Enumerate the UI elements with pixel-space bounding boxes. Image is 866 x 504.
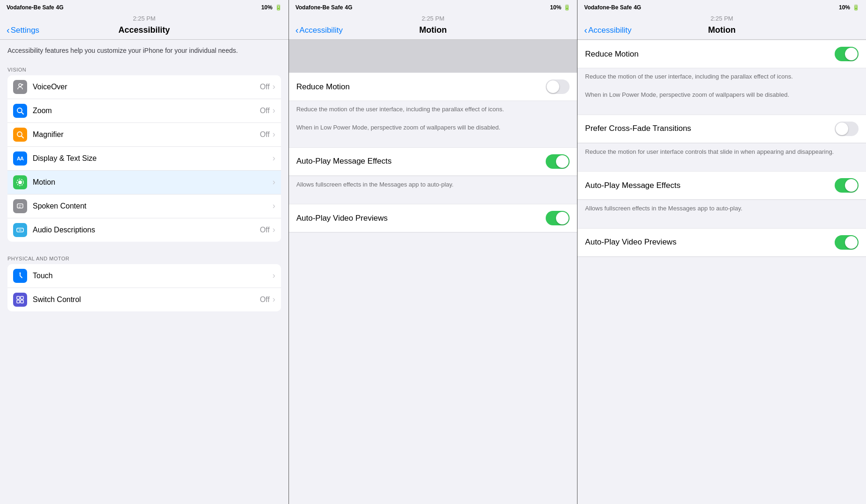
cross-fade-desc: Reduce the motion for user interface con… bbox=[577, 144, 866, 163]
auto-play-video-label-on: Auto-Play Video Previews bbox=[585, 238, 835, 247]
status-left-3: Vodafone-Be Safe 4G bbox=[584, 4, 641, 11]
intro-text: Accessibility features help you customiz… bbox=[0, 40, 289, 60]
display-text-size-item[interactable]: AA Display & Text Size bbox=[7, 147, 281, 171]
reduce-motion-knob-off bbox=[547, 80, 559, 93]
auto-play-msg-desc-on: Allows fullscreen effects in the Message… bbox=[577, 200, 866, 220]
reduce-motion-row-on: Reduce Motion bbox=[577, 40, 866, 68]
magnifier-chevron bbox=[273, 130, 275, 139]
network-3: 4G bbox=[634, 4, 641, 11]
reduce-motion-section-off: Reduce Motion bbox=[289, 72, 577, 101]
display-text-icon: AA bbox=[13, 151, 27, 166]
reduce-motion-desc-on: Reduce the motion of the user interface,… bbox=[577, 68, 866, 106]
touch-item[interactable]: Touch bbox=[7, 264, 281, 288]
battery-icon-1: 🔋 bbox=[275, 4, 282, 11]
chevron-back-icon-3: ‹ bbox=[584, 25, 587, 36]
auto-play-video-toggle-on[interactable] bbox=[835, 235, 859, 250]
magnifier-value: Off bbox=[260, 130, 270, 139]
switch-control-value: Off bbox=[260, 295, 270, 304]
battery-percent-2: 10% bbox=[550, 4, 561, 11]
motion-chevron bbox=[273, 177, 275, 187]
auto-play-msg-toggle-on[interactable] bbox=[835, 178, 859, 193]
carrier-1: Vodafone-Be Safe bbox=[7, 4, 54, 11]
cross-fade-row: Prefer Cross-Fade Transitions bbox=[577, 115, 866, 143]
motion-item[interactable]: Motion bbox=[7, 171, 281, 194]
time-2: 2:25 PM bbox=[289, 14, 577, 22]
auto-play-msg-section-on: Auto-Play Message Effects bbox=[577, 171, 866, 200]
panel-motion-on: Vodafone-Be Safe 4G 10% 🔋 2:25 PM ‹ Acce… bbox=[577, 0, 866, 504]
vision-section-header: VISION bbox=[0, 60, 289, 75]
time-1: 2:25 PM bbox=[0, 14, 289, 22]
svg-rect-13 bbox=[17, 296, 20, 299]
spoken-content-item[interactable]: Spoken Content bbox=[7, 194, 281, 218]
reduce-motion-desc-off: Reduce the motion of the user interface,… bbox=[289, 101, 577, 139]
vision-list: VoiceOver Off Zoom Off Magnifier Off bbox=[7, 75, 281, 242]
status-right-2: 10% 🔋 bbox=[550, 4, 570, 11]
carrier-2: Vodafone-Be Safe bbox=[296, 4, 343, 11]
svg-rect-14 bbox=[21, 296, 23, 299]
auto-play-video-label-off: Auto-Play Video Previews bbox=[296, 214, 546, 223]
chevron-back-icon-2: ‹ bbox=[296, 25, 299, 36]
audio-descriptions-chevron bbox=[273, 225, 275, 235]
nav-title-motion-3: Motion bbox=[708, 25, 736, 35]
switch-control-item[interactable]: Switch Control Off bbox=[7, 288, 281, 311]
nav-back-label[interactable]: Settings bbox=[11, 26, 39, 35]
switch-control-chevron bbox=[273, 295, 275, 304]
svg-rect-16 bbox=[21, 300, 23, 303]
auto-play-video-row-off: Auto-Play Video Previews bbox=[289, 204, 577, 232]
touch-chevron bbox=[273, 271, 275, 281]
motion-label: Motion bbox=[33, 178, 273, 187]
reduce-motion-knob-on bbox=[845, 48, 858, 60]
accessibility-content: Accessibility features help you customiz… bbox=[0, 40, 289, 504]
auto-play-video-toggle-off[interactable] bbox=[546, 211, 570, 225]
auto-play-msg-section-off: Auto-Play Message Effects bbox=[289, 147, 577, 176]
status-bar-3: Vodafone-Be Safe 4G 10% 🔋 bbox=[577, 0, 866, 14]
auto-play-video-section-on: Auto-Play Video Previews bbox=[577, 228, 866, 257]
svg-point-5 bbox=[18, 180, 22, 184]
cross-fade-toggle[interactable] bbox=[835, 122, 859, 136]
nav-bar-3: ‹ Accessibility Motion bbox=[577, 22, 866, 40]
panel-motion-off: Vodafone-Be Safe 4G 10% 🔋 2:25 PM ‹ Acce… bbox=[289, 0, 578, 504]
audio-descriptions-label: Audio Descriptions bbox=[33, 226, 260, 234]
auto-play-msg-row-on: Auto-Play Message Effects bbox=[577, 172, 866, 200]
physical-motor-header: PHYSICAL AND MOTOR bbox=[0, 249, 289, 264]
zoom-label: Zoom bbox=[33, 107, 260, 115]
network-2: 4G bbox=[345, 4, 352, 11]
physical-motor-list: Touch Switch Control Off bbox=[7, 264, 281, 311]
nav-back-settings[interactable]: ‹ Settings bbox=[7, 25, 39, 36]
voiceover-value: Off bbox=[260, 83, 270, 91]
nav-back-accessibility-3[interactable]: ‹ Accessibility bbox=[584, 25, 631, 36]
nav-title-accessibility: Accessibility bbox=[118, 25, 170, 35]
audio-descriptions-item[interactable]: Audio Descriptions Off bbox=[7, 218, 281, 242]
spoken-content-label: Spoken Content bbox=[33, 202, 273, 210]
svg-point-12 bbox=[20, 272, 21, 274]
zoom-item[interactable]: Zoom Off bbox=[7, 99, 281, 123]
magnifier-item[interactable]: Magnifier Off bbox=[7, 123, 281, 147]
nav-title-motion-2: Motion bbox=[419, 25, 447, 35]
reduce-motion-toggle-on[interactable] bbox=[835, 47, 859, 61]
auto-play-video-section-off: Auto-Play Video Previews bbox=[289, 204, 577, 233]
cross-fade-section: Prefer Cross-Fade Transitions bbox=[577, 115, 866, 144]
nav-back-label-3[interactable]: Accessibility bbox=[588, 26, 632, 35]
status-right-3: 10% 🔋 bbox=[839, 4, 859, 11]
auto-play-msg-label-on: Auto-Play Message Effects bbox=[585, 181, 835, 190]
cross-fade-knob bbox=[836, 122, 848, 135]
nav-bar-1: ‹ Settings Accessibility bbox=[0, 22, 289, 40]
audio-descriptions-icon bbox=[13, 223, 27, 237]
auto-play-msg-toggle-off[interactable] bbox=[546, 154, 570, 169]
auto-play-msg-desc-off: Allows fullscreen effects in the Message… bbox=[289, 176, 577, 196]
battery-icon-3: 🔋 bbox=[852, 4, 859, 11]
auto-play-video-row-on: Auto-Play Video Previews bbox=[577, 229, 866, 257]
magnifier-label: Magnifier bbox=[33, 130, 260, 139]
nav-back-accessibility-2[interactable]: ‹ Accessibility bbox=[296, 25, 343, 36]
battery-icon-2: 🔋 bbox=[563, 4, 570, 11]
status-left-2: Vodafone-Be Safe 4G bbox=[296, 4, 353, 11]
status-bar-2: Vodafone-Be Safe 4G 10% 🔋 bbox=[289, 0, 577, 14]
reduce-motion-toggle-off[interactable] bbox=[546, 79, 570, 94]
display-text-label: Display & Text Size bbox=[33, 154, 273, 163]
touch-icon bbox=[13, 269, 27, 283]
nav-back-label-2[interactable]: Accessibility bbox=[299, 26, 343, 35]
voiceover-item[interactable]: VoiceOver Off bbox=[7, 75, 281, 99]
battery-percent-3: 10% bbox=[839, 4, 850, 11]
display-text-chevron bbox=[273, 153, 275, 163]
nav-wrapper-2: ‹ Accessibility Motion bbox=[296, 25, 571, 36]
